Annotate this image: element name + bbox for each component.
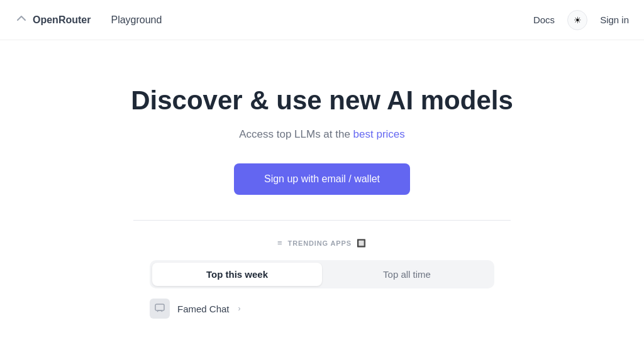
trending-section: ≡ TRENDING APPS 🔲 Top this week Top all … xyxy=(0,221,644,329)
nav-docs-link[interactable]: Docs xyxy=(533,14,555,25)
app-row-famed-chat: Famed Chat › xyxy=(150,288,494,329)
hero-title: Discover & use new AI models xyxy=(131,85,513,116)
trending-tabs: Top this week Top all time xyxy=(150,260,494,288)
logo-group[interactable]: OpenRouter xyxy=(15,14,91,26)
theme-toggle-button[interactable]: ☀ xyxy=(567,10,587,30)
app-name-famed-chat: Famed Chat xyxy=(177,304,230,314)
tab-top-all-time[interactable]: Top all time xyxy=(322,263,492,286)
tab-top-week[interactable]: Top this week xyxy=(152,263,322,286)
hero-section: Discover & use new AI models Access top … xyxy=(0,40,644,220)
logo-text: OpenRouter xyxy=(33,14,91,26)
hero-subtitle-link[interactable]: best prices xyxy=(353,128,405,140)
openrouter-logo-icon xyxy=(15,14,28,26)
app-icon-famed-chat xyxy=(150,299,170,319)
trending-label: ≡ TRENDING APPS 🔲 xyxy=(277,238,367,248)
hero-subtitle: Access top LLMs at the best prices xyxy=(239,128,405,141)
sign-in-button[interactable]: Sign in xyxy=(600,14,629,25)
nav-left: OpenRouter Playground xyxy=(15,12,167,28)
trending-badge: 🔲 xyxy=(357,239,367,248)
nav-right: Docs ☀ Sign in xyxy=(533,10,629,30)
app-arrow-famed-chat: › xyxy=(238,304,241,313)
trending-icon: ≡ xyxy=(277,238,282,248)
signup-button[interactable]: Sign up with email / wallet xyxy=(234,163,410,195)
navbar: OpenRouter Playground Docs ☀ Sign in xyxy=(0,0,644,40)
hero-subtitle-prefix: Access top LLMs at the xyxy=(239,128,353,140)
trending-label-text: TRENDING APPS xyxy=(288,239,352,247)
nav-playground-link[interactable]: Playground xyxy=(106,12,167,28)
svg-rect-0 xyxy=(155,304,164,310)
